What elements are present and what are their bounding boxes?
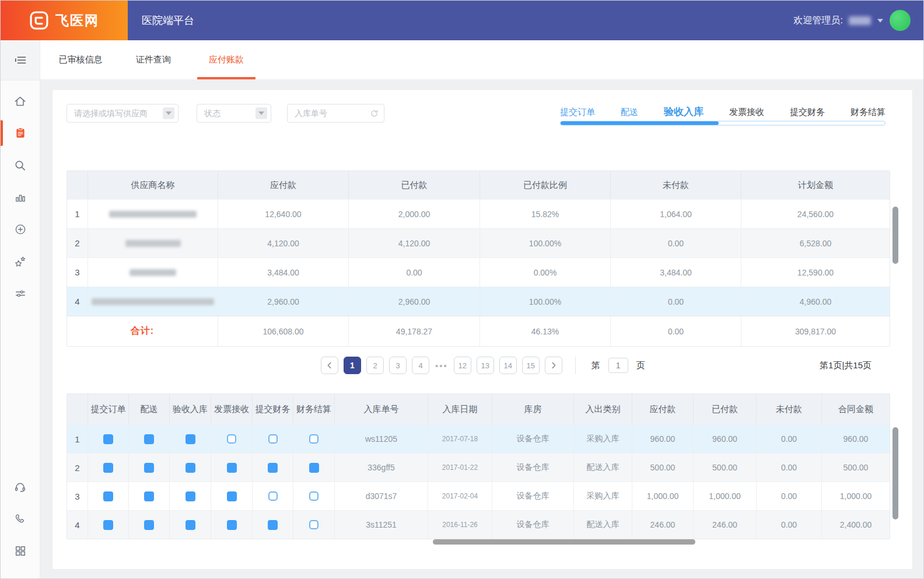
- sidebar-item-add[interactable]: [12, 221, 29, 238]
- headset-icon: [13, 480, 27, 494]
- check-filled-icon: [227, 491, 237, 501]
- table-row[interactable]: 1ws112052017-07-18设备仓库采购入库960.00960.000.…: [67, 424, 890, 453]
- next-page-button[interactable]: [545, 357, 562, 374]
- step-item[interactable]: 提交财务: [790, 107, 825, 118]
- supplier-name-cell: [88, 287, 218, 316]
- cell-value: 1,064.00: [611, 200, 741, 228]
- check-empty-icon: [309, 520, 318, 529]
- table-row[interactable]: 24,120.004,120.00100.00%0.006,528.00: [67, 228, 890, 257]
- cell-value: 4,120.00: [349, 229, 480, 257]
- table-row[interactable]: 33,484.000.000.00%3,484.0012,590.00: [67, 257, 890, 287]
- cell-order-no: d3071s7: [335, 482, 428, 510]
- check-filled-icon: [186, 520, 195, 530]
- tab-item[interactable]: 应付账款: [194, 40, 258, 79]
- step-item[interactable]: 验收入库: [664, 105, 704, 118]
- tab-label: 证件查询: [136, 54, 171, 65]
- sidebar-item-support[interactable]: [12, 479, 29, 495]
- check-filled-icon: [103, 491, 113, 501]
- page-button[interactable]: 15: [522, 357, 540, 374]
- check-filled-icon: [144, 520, 154, 530]
- horizontal-scrollbar[interactable]: [433, 539, 695, 545]
- sidebar-item-orders[interactable]: [12, 125, 29, 141]
- status-check-cell: [129, 425, 170, 453]
- bar-chart-icon: [14, 191, 27, 204]
- brand-name: 飞医网: [55, 12, 99, 30]
- column-header: 库房: [492, 394, 574, 424]
- sidebar-item-statistics[interactable]: [12, 189, 29, 205]
- home-icon: [13, 95, 27, 108]
- cell-value: 3,484.00: [611, 258, 741, 287]
- stockin-no-input[interactable]: [288, 109, 370, 118]
- page-jump-input[interactable]: [608, 358, 628, 373]
- page-jump-suffix: 页: [636, 360, 645, 371]
- table-row[interactable]: 43s112512016-11-26设备仓库配送入库246.00246.000.…: [67, 510, 890, 539]
- page-button[interactable]: 2: [366, 357, 384, 374]
- sidebar-item-home[interactable]: [12, 93, 29, 109]
- status-check-cell: [211, 511, 253, 539]
- cell-value: 4,960.00: [741, 287, 890, 316]
- table-row[interactable]: 3d3071s72017-02-04设备仓库采购入库1,000.001,000.…: [67, 482, 890, 510]
- cell-contract: 2,400.00: [822, 511, 890, 539]
- tab-item[interactable]: 已审核信息: [48, 40, 113, 79]
- brand-logo[interactable]: 飞医网: [1, 1, 128, 40]
- supplier-dropdown-button[interactable]: [163, 107, 174, 119]
- supplier-filter: [66, 104, 178, 123]
- column-header: 提交财务: [253, 394, 293, 424]
- step-item[interactable]: 提交订单: [560, 107, 595, 118]
- summary-table-scrollbar[interactable]: [892, 207, 898, 264]
- content-area: 提交订单配送验收入库发票接收提交财务财务结算 供应商名称应付款已付款已付款比例未…: [40, 80, 924, 579]
- table-header-row: 供应商名称应付款已付款已付款比例未付款计划金额: [67, 171, 890, 199]
- column-header: 供应商名称: [88, 171, 218, 199]
- supplier-input[interactable]: [67, 109, 163, 118]
- caret-down-icon[interactable]: [877, 19, 884, 23]
- page-button[interactable]: 1: [344, 357, 361, 374]
- column-header: 入库日期: [428, 394, 492, 424]
- status-check-cell: [88, 425, 129, 453]
- cell-date: 2017-07-18: [428, 425, 492, 453]
- check-filled-icon: [186, 434, 195, 444]
- page-button[interactable]: 12: [454, 357, 471, 374]
- column-header: 应付款: [218, 171, 349, 199]
- step-item[interactable]: 发票接收: [729, 107, 764, 118]
- content-panel: 提交订单配送验收入库发票接收提交财务财务结算 供应商名称应付款已付款已付款比例未…: [52, 89, 913, 570]
- avatar[interactable]: [890, 10, 911, 31]
- cell-order-no: ws11205: [335, 425, 428, 453]
- page-button[interactable]: 3: [389, 357, 407, 374]
- page-status: 第1页|共15页: [820, 360, 872, 371]
- status-check-cell: [293, 454, 335, 482]
- prev-page-button[interactable]: [321, 357, 338, 374]
- step-item[interactable]: 财务结算: [850, 107, 886, 118]
- step-item[interactable]: 配送: [621, 107, 638, 118]
- column-header: 发票接收: [211, 394, 253, 424]
- status-input[interactable]: [197, 109, 256, 118]
- sidebar-item-apps[interactable]: [12, 543, 29, 559]
- detail-table-scrollbar[interactable]: [892, 427, 898, 519]
- cell-value: 15.82%: [480, 200, 611, 228]
- status-dropdown-button[interactable]: [256, 107, 267, 119]
- status-check-cell: [293, 482, 335, 510]
- menu-toggle-button[interactable]: [1, 40, 40, 81]
- table-row[interactable]: 42,960.002,960.00100.00%0.004,960.00: [67, 287, 890, 316]
- page-button[interactable]: 13: [477, 357, 494, 374]
- status-check-cell: [170, 454, 211, 482]
- page-title: 医院端平台: [142, 13, 194, 27]
- cell-value: 4,120.00: [218, 229, 349, 257]
- refresh-icon[interactable]: [370, 109, 379, 118]
- supplier-name-blurred: [125, 240, 181, 247]
- page-button[interactable]: 4: [412, 357, 429, 374]
- table-row[interactable]: 112,640.002,000.0015.82%1,064.0024,560.0…: [67, 199, 890, 228]
- status-check-cell: [211, 482, 253, 510]
- sidebar-item-search[interactable]: [12, 157, 29, 173]
- sidebar-item-phone[interactable]: [12, 511, 29, 527]
- cell-value: 12,640.00: [218, 200, 349, 228]
- row-index: 4: [67, 287, 88, 316]
- supplier-name-cell: [88, 200, 218, 228]
- caret-down-icon: [166, 111, 172, 115]
- pagination: 1234•••12131415第页: [321, 356, 648, 375]
- table-row[interactable]: 2336gff52017-01-22设备仓库配送入库500.00500.000.…: [67, 453, 890, 482]
- tab-item[interactable]: 证件查询: [121, 40, 186, 79]
- sidebar-item-favorites[interactable]: [12, 253, 29, 270]
- page-button[interactable]: 14: [499, 357, 517, 374]
- cell-paid: 960.00: [694, 425, 757, 453]
- sidebar-item-preferences[interactable]: [12, 285, 29, 302]
